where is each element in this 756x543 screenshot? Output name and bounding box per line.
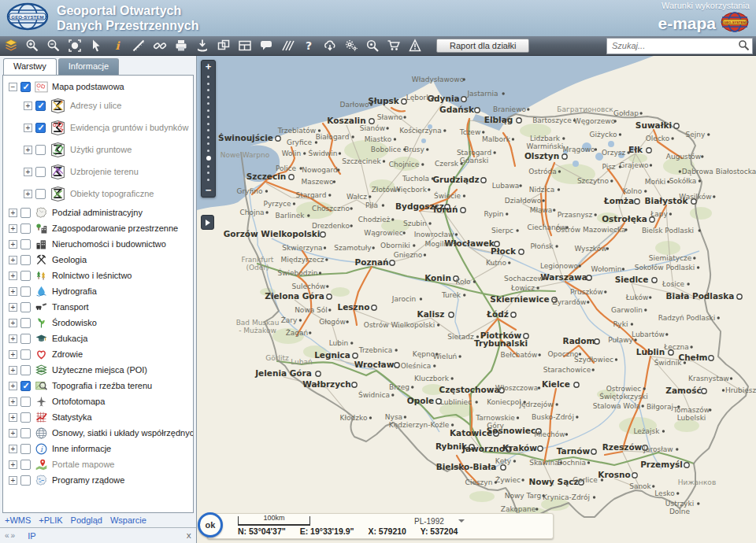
layer-checkbox[interactable] <box>20 334 31 344</box>
expand-toggle[interactable]: + <box>9 272 17 280</box>
tab-informacje[interactable]: Informacje <box>58 58 119 75</box>
expand-toggle[interactable]: + <box>24 168 32 176</box>
expand-toggle[interactable]: + <box>24 102 32 110</box>
zoom-level-dot[interactable] <box>207 102 209 105</box>
layer-label[interactable]: Transport <box>52 302 89 312</box>
layer-checkbox[interactable] <box>35 101 46 111</box>
zoom-level-dot[interactable] <box>207 109 209 112</box>
ip-link[interactable]: IP <box>28 531 35 541</box>
layer-label[interactable]: Inne informacje <box>52 444 111 453</box>
toolbar-info-button[interactable]: i <box>107 37 127 55</box>
terms-link[interactable]: Warunki wykorzystania <box>658 1 750 10</box>
toolbar-layers-button[interactable] <box>1 37 20 55</box>
report-parcel-button[interactable]: Raport dla działki <box>436 39 529 53</box>
zoom-level-dot[interactable] <box>207 179 209 181</box>
expand-toggle[interactable]: + <box>9 303 17 312</box>
zoom-level-dot[interactable] <box>207 136 209 139</box>
zoom-level-dot[interactable] <box>207 123 209 125</box>
layer-checkbox[interactable] <box>20 302 31 312</box>
expand-toggle[interactable]: + <box>24 124 32 132</box>
expand-toggle[interactable]: + <box>9 209 17 217</box>
ok-button[interactable]: ok <box>198 512 223 537</box>
search-icon[interactable] <box>738 39 750 54</box>
zoom-level-dot[interactable] <box>207 165 209 168</box>
expand-toggle[interactable]: + <box>9 445 17 453</box>
zoom-level-dot[interactable] <box>207 83 209 85</box>
zoom-in-button[interactable]: + <box>206 61 212 72</box>
layer-label[interactable]: Adresy i ulice <box>70 101 121 110</box>
layer-label[interactable]: Uzbrojenie terenu <box>70 167 139 176</box>
zoom-level-dot[interactable] <box>207 150 209 152</box>
layer-checkbox[interactable] <box>20 397 31 407</box>
layer-checkbox[interactable] <box>20 239 31 249</box>
layer-label[interactable]: Obiekty topograficzne <box>70 189 154 198</box>
layer-checkbox[interactable] <box>20 255 31 265</box>
toolbar-cloud-download-button[interactable] <box>320 37 339 55</box>
layer-label[interactable]: Użyteczne miejsca (POI) <box>52 365 147 375</box>
zoom-level-dot[interactable] <box>207 76 209 78</box>
layer-label[interactable]: Portale mapowe <box>52 460 115 469</box>
layer-checkbox[interactable] <box>20 82 31 92</box>
layer-checkbox[interactable] <box>20 412 31 423</box>
layer-label[interactable]: Topografia i rzeźba terenu <box>52 381 152 390</box>
layer-checkbox[interactable] <box>20 381 31 391</box>
expand-toggle[interactable]: + <box>9 413 17 422</box>
plik-link[interactable]: +PLIK <box>39 515 62 525</box>
wms-link[interactable]: +WMS <box>5 515 31 525</box>
history-back-button[interactable]: « <box>5 531 11 540</box>
layer-label[interactable]: Osnowy, siatki i układy współrzędnych <box>52 428 194 438</box>
layer-checkbox[interactable] <box>20 428 31 438</box>
layer-label[interactable]: Mapa podstawowa <box>52 82 124 91</box>
toolbar-zoom-out-button[interactable] <box>43 37 63 55</box>
zoom-level-dot[interactable] <box>207 129 209 131</box>
layer-label[interactable]: Statystyka <box>52 412 92 422</box>
layer-checkbox[interactable] <box>35 145 46 155</box>
expand-toggle[interactable]: + <box>9 256 17 264</box>
toolbar-hatch-button[interactable] <box>277 37 297 55</box>
zoom-level-dot[interactable] <box>207 89 209 91</box>
layer-label[interactable]: Edukacja <box>52 334 87 343</box>
layer-checkbox[interactable] <box>20 208 31 218</box>
toolbar-select-area-button[interactable] <box>65 37 84 55</box>
expand-toggle[interactable]: + <box>9 460 17 469</box>
toolbar-zoom-in-button[interactable] <box>22 37 42 55</box>
layer-label[interactable]: Hydrografia <box>52 286 97 296</box>
expand-toggle[interactable]: + <box>9 397 17 406</box>
expand-toggle[interactable]: + <box>9 366 17 375</box>
expand-toggle[interactable]: + <box>9 224 17 233</box>
toolbar-windows-button[interactable] <box>213 37 233 55</box>
zoom-level-dot[interactable] <box>207 116 209 118</box>
layer-checkbox[interactable] <box>20 318 31 328</box>
layer-checkbox[interactable] <box>20 271 31 281</box>
expand-toggle[interactable]: + <box>9 240 17 249</box>
layer-checkbox[interactable] <box>20 475 31 486</box>
layer-label[interactable]: Ewidencja gruntów i budynków <box>70 123 188 132</box>
toolbar-link-button[interactable] <box>150 37 169 55</box>
toolbar-help-button[interactable]: ? <box>298 37 318 55</box>
layer-label[interactable]: Ortofotomapa <box>52 397 105 406</box>
toolbar-search-plus-button[interactable] <box>362 37 382 55</box>
expand-toggle[interactable]: + <box>24 190 32 198</box>
expand-toggle[interactable]: + <box>24 146 32 154</box>
podglad-link[interactable]: Podgląd <box>71 515 102 525</box>
sidebar-close-button[interactable]: x <box>186 531 191 541</box>
layer-checkbox[interactable] <box>20 365 31 375</box>
crs-selector[interactable]: PL-1992 <box>414 517 465 526</box>
layer-checkbox[interactable] <box>20 286 31 297</box>
layer-checkbox[interactable] <box>20 460 31 470</box>
tab-warstwy[interactable]: Warstwy <box>3 58 57 75</box>
toolbar-print-button[interactable] <box>171 37 191 55</box>
layer-checkbox[interactable] <box>35 167 46 177</box>
layer-label[interactable]: Środowisko <box>52 318 97 327</box>
layer-label[interactable]: Programy rządowe <box>52 475 124 485</box>
layer-label[interactable]: Geologia <box>52 255 87 264</box>
map-canvas[interactable]: ŚwinoujścieSzczecinKoszalinSłupskGdyniaG… <box>197 56 756 543</box>
layer-checkbox[interactable] <box>20 223 31 234</box>
toolbar-download-button[interactable] <box>192 37 212 55</box>
layer-label[interactable]: Zdrowie <box>52 349 83 359</box>
expand-toggle[interactable]: + <box>9 334 17 343</box>
sidebar-toggle-button[interactable] <box>201 215 214 230</box>
expand-toggle[interactable]: + <box>9 350 17 359</box>
toolbar-layout-button[interactable] <box>235 37 254 55</box>
expand-toggle[interactable]: + <box>9 429 17 438</box>
